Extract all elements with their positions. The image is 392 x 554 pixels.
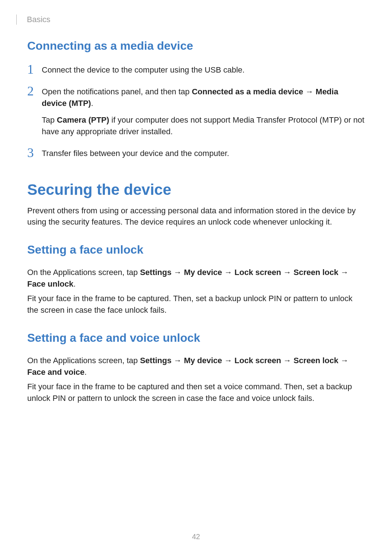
text-bold: Settings (140, 356, 172, 365)
step-text: Transfer files between your device and t… (42, 148, 365, 159)
text-pre: Open the notifications panel, and then t… (42, 87, 192, 96)
face-voice-unlock-instructions: Fit your face in the frame to be capture… (27, 381, 365, 404)
text-bold: Lock screen (234, 268, 281, 277)
text-bold: Face unlock (27, 279, 73, 288)
text-pre: On the Applications screen, tap (27, 356, 140, 365)
text-pre: Tap (42, 115, 57, 124)
step-number: 3 (27, 146, 35, 159)
page-number: 42 (0, 533, 392, 541)
step-number: 2 (27, 85, 35, 138)
numbered-steps: 1 Connect the device to the computer usi… (27, 63, 365, 159)
text-post: . (91, 99, 93, 108)
step-text: Connect the device to the computer using… (42, 64, 365, 76)
text-bold: My device (184, 356, 222, 365)
face-unlock-instructions: Fit your face in the frame to be capture… (27, 293, 365, 316)
arrow-icon: → (222, 356, 234, 365)
step-3: 3 Transfer files between your device and… (27, 146, 365, 159)
step-text: Open the notifications panel, and then t… (42, 86, 365, 109)
face-voice-unlock-section: Setting a face and voice unlock On the A… (27, 331, 365, 404)
text-bold: Connected as a media device (192, 87, 303, 96)
page-header: Basics (16, 15, 365, 25)
arrow-icon: → (281, 356, 293, 365)
step-body: Connect the device to the computer using… (42, 63, 365, 76)
arrow-icon: → (338, 356, 348, 365)
arrow-icon: → (222, 268, 234, 277)
text-post: . (85, 368, 87, 377)
section-heading-face-unlock: Setting a face unlock (27, 243, 365, 257)
step-2: 2 Open the notifications panel, and then… (27, 85, 365, 138)
main-heading-securing: Securing the device (27, 181, 365, 198)
face-voice-unlock-path: On the Applications screen, tap Settings… (27, 355, 365, 378)
arrow-icon: → (281, 268, 293, 277)
text-bold: Screen lock (294, 356, 339, 365)
intro-paragraph: Prevent others from using or accessing p… (27, 205, 365, 228)
text-bold: Face and voice (27, 368, 85, 377)
step-body: Open the notifications panel, and then t… (42, 85, 365, 138)
step-1: 1 Connect the device to the computer usi… (27, 63, 365, 76)
step-number: 1 (27, 63, 35, 76)
arrow-icon: → (338, 268, 348, 277)
header-divider (16, 15, 17, 25)
section-heading-face-voice-unlock: Setting a face and voice unlock (27, 331, 365, 345)
step-subtext: Tap Camera (PTP) if your computer does n… (42, 114, 365, 138)
section-heading-connecting: Connecting as a media device (27, 39, 365, 53)
text-pre: On the Applications screen, tap (27, 268, 140, 277)
text-bold: Screen lock (294, 268, 339, 277)
face-unlock-path: On the Applications screen, tap Settings… (27, 267, 365, 290)
text-bold: Lock screen (234, 356, 281, 365)
header-section-label: Basics (27, 15, 50, 24)
face-unlock-section: Setting a face unlock On the Application… (27, 243, 365, 316)
text-bold: Settings (140, 268, 172, 277)
text-post: . (73, 279, 75, 288)
arrow-icon: → (171, 268, 184, 277)
step-body: Transfer files between your device and t… (42, 146, 365, 159)
text-bold: My device (184, 268, 222, 277)
text-bold: Camera (PTP) (57, 115, 109, 124)
arrow-icon: → (171, 356, 184, 365)
arrow-icon: → (303, 87, 315, 96)
